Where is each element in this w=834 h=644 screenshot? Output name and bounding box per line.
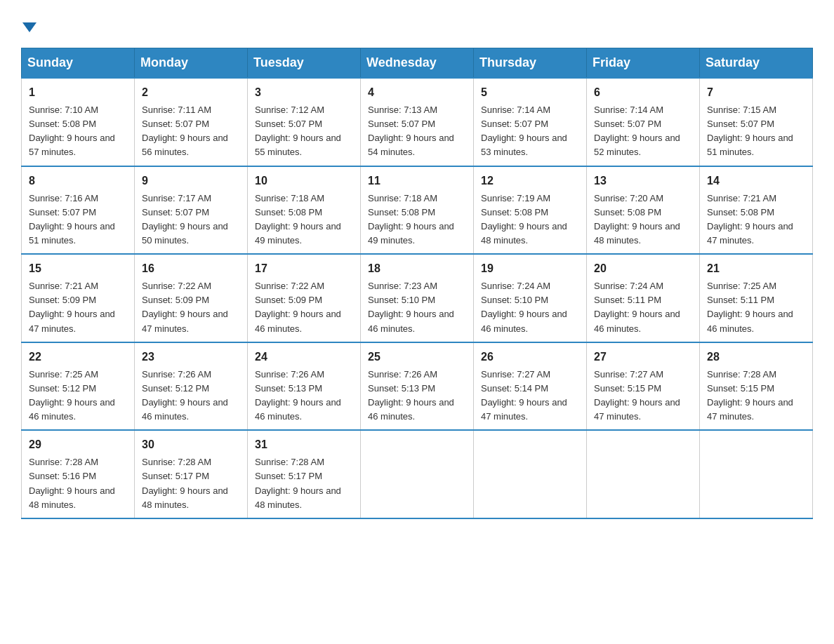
day-number: 15 <box>29 260 127 277</box>
day-info: Sunrise: 7:28 AMSunset: 5:16 PMDaylight:… <box>29 455 127 512</box>
calendar-cell <box>474 430 587 518</box>
calendar-cell: 7Sunrise: 7:15 AMSunset: 5:07 PMDaylight… <box>700 78 813 166</box>
day-info: Sunrise: 7:17 AMSunset: 5:07 PMDaylight:… <box>142 192 240 248</box>
day-number: 13 <box>594 173 692 189</box>
day-info: Sunrise: 7:25 AMSunset: 5:11 PMDaylight:… <box>707 279 805 336</box>
day-number: 4 <box>368 84 466 101</box>
day-number: 11 <box>368 173 466 189</box>
day-info: Sunrise: 7:18 AMSunset: 5:08 PMDaylight:… <box>368 192 466 248</box>
day-number: 26 <box>481 349 579 365</box>
day-number: 31 <box>255 436 353 453</box>
day-number: 9 <box>142 173 240 189</box>
day-number: 23 <box>142 349 240 365</box>
calendar-week-4: 22Sunrise: 7:25 AMSunset: 5:12 PMDayligh… <box>22 342 813 431</box>
day-info: Sunrise: 7:21 AMSunset: 5:08 PMDaylight:… <box>707 192 805 248</box>
calendar-cell: 25Sunrise: 7:26 AMSunset: 5:13 PMDayligh… <box>361 342 474 431</box>
day-number: 14 <box>707 173 805 189</box>
calendar-cell: 13Sunrise: 7:20 AMSunset: 5:08 PMDayligh… <box>587 166 700 255</box>
calendar-cell: 21Sunrise: 7:25 AMSunset: 5:11 PMDayligh… <box>700 254 813 342</box>
day-number: 17 <box>255 260 353 277</box>
day-number: 2 <box>142 84 240 101</box>
day-number: 16 <box>142 260 240 277</box>
day-number: 22 <box>29 349 127 365</box>
header-sunday: Sunday <box>22 48 135 79</box>
calendar-cell: 17Sunrise: 7:22 AMSunset: 5:09 PMDayligh… <box>248 254 361 342</box>
day-number: 5 <box>481 84 579 101</box>
day-number: 1 <box>29 84 127 101</box>
day-info: Sunrise: 7:26 AMSunset: 5:13 PMDaylight:… <box>368 368 466 424</box>
calendar-cell: 24Sunrise: 7:26 AMSunset: 5:13 PMDayligh… <box>248 342 361 431</box>
day-info: Sunrise: 7:28 AMSunset: 5:17 PMDaylight:… <box>142 455 240 512</box>
day-number: 12 <box>481 173 579 189</box>
day-info: Sunrise: 7:18 AMSunset: 5:08 PMDaylight:… <box>255 192 353 248</box>
calendar-cell: 4Sunrise: 7:13 AMSunset: 5:07 PMDaylight… <box>361 78 474 166</box>
calendar-cell: 11Sunrise: 7:18 AMSunset: 5:08 PMDayligh… <box>361 166 474 255</box>
day-info: Sunrise: 7:10 AMSunset: 5:08 PMDaylight:… <box>29 103 127 160</box>
calendar-cell: 3Sunrise: 7:12 AMSunset: 5:07 PMDaylight… <box>248 78 361 166</box>
calendar-cell: 27Sunrise: 7:27 AMSunset: 5:15 PMDayligh… <box>587 342 700 431</box>
calendar-cell: 31Sunrise: 7:28 AMSunset: 5:17 PMDayligh… <box>248 430 361 518</box>
calendar-table: SundayMondayTuesdayWednesdayThursdayFrid… <box>21 48 813 519</box>
day-number: 3 <box>255 84 353 101</box>
day-number: 20 <box>594 260 692 277</box>
logo-triangle-icon <box>22 22 37 32</box>
day-info: Sunrise: 7:25 AMSunset: 5:12 PMDaylight:… <box>29 368 127 424</box>
day-info: Sunrise: 7:16 AMSunset: 5:07 PMDaylight:… <box>29 192 127 248</box>
day-info: Sunrise: 7:12 AMSunset: 5:07 PMDaylight:… <box>255 103 353 160</box>
calendar-cell: 12Sunrise: 7:19 AMSunset: 5:08 PMDayligh… <box>474 166 587 255</box>
day-info: Sunrise: 7:11 AMSunset: 5:07 PMDaylight:… <box>142 103 240 160</box>
calendar-cell <box>700 430 813 518</box>
calendar-week-2: 8Sunrise: 7:16 AMSunset: 5:07 PMDaylight… <box>22 166 813 255</box>
day-number: 29 <box>29 436 127 453</box>
header-thursday: Thursday <box>474 48 587 79</box>
header-monday: Monday <box>135 48 248 79</box>
header-saturday: Saturday <box>700 48 813 79</box>
day-number: 24 <box>255 349 353 365</box>
day-number: 30 <box>142 436 240 453</box>
header-wednesday: Wednesday <box>361 48 474 79</box>
calendar-cell: 8Sunrise: 7:16 AMSunset: 5:07 PMDaylight… <box>22 166 135 255</box>
calendar-cell: 6Sunrise: 7:14 AMSunset: 5:07 PMDaylight… <box>587 78 700 166</box>
day-number: 27 <box>594 349 692 365</box>
logo <box>21 14 37 34</box>
calendar-week-3: 15Sunrise: 7:21 AMSunset: 5:09 PMDayligh… <box>22 254 813 342</box>
day-info: Sunrise: 7:27 AMSunset: 5:15 PMDaylight:… <box>594 368 692 424</box>
day-info: Sunrise: 7:21 AMSunset: 5:09 PMDaylight:… <box>29 279 127 336</box>
calendar-cell: 19Sunrise: 7:24 AMSunset: 5:10 PMDayligh… <box>474 254 587 342</box>
day-info: Sunrise: 7:14 AMSunset: 5:07 PMDaylight:… <box>481 103 579 160</box>
day-info: Sunrise: 7:22 AMSunset: 5:09 PMDaylight:… <box>142 279 240 336</box>
header-tuesday: Tuesday <box>248 48 361 79</box>
day-info: Sunrise: 7:14 AMSunset: 5:07 PMDaylight:… <box>594 103 692 160</box>
calendar-cell: 1Sunrise: 7:10 AMSunset: 5:08 PMDaylight… <box>22 78 135 166</box>
calendar-cell: 10Sunrise: 7:18 AMSunset: 5:08 PMDayligh… <box>248 166 361 255</box>
calendar-cell: 28Sunrise: 7:28 AMSunset: 5:15 PMDayligh… <box>700 342 813 431</box>
logo-text <box>21 14 37 34</box>
day-number: 6 <box>594 84 692 101</box>
calendar-cell: 9Sunrise: 7:17 AMSunset: 5:07 PMDaylight… <box>135 166 248 255</box>
calendar-cell: 29Sunrise: 7:28 AMSunset: 5:16 PMDayligh… <box>22 430 135 518</box>
calendar-week-1: 1Sunrise: 7:10 AMSunset: 5:08 PMDaylight… <box>22 78 813 166</box>
day-info: Sunrise: 7:24 AMSunset: 5:10 PMDaylight:… <box>481 279 579 336</box>
day-number: 10 <box>255 173 353 189</box>
calendar-week-5: 29Sunrise: 7:28 AMSunset: 5:16 PMDayligh… <box>22 430 813 518</box>
day-info: Sunrise: 7:27 AMSunset: 5:14 PMDaylight:… <box>481 368 579 424</box>
day-number: 21 <box>707 260 805 277</box>
header-friday: Friday <box>587 48 700 79</box>
day-number: 8 <box>29 173 127 189</box>
day-info: Sunrise: 7:22 AMSunset: 5:09 PMDaylight:… <box>255 279 353 336</box>
day-info: Sunrise: 7:13 AMSunset: 5:07 PMDaylight:… <box>368 103 466 160</box>
calendar-cell: 22Sunrise: 7:25 AMSunset: 5:12 PMDayligh… <box>22 342 135 431</box>
day-info: Sunrise: 7:19 AMSunset: 5:08 PMDaylight:… <box>481 192 579 248</box>
calendar-cell <box>361 430 474 518</box>
day-number: 28 <box>707 349 805 365</box>
day-info: Sunrise: 7:28 AMSunset: 5:17 PMDaylight:… <box>255 455 353 512</box>
calendar-cell: 15Sunrise: 7:21 AMSunset: 5:09 PMDayligh… <box>22 254 135 342</box>
calendar-cell: 20Sunrise: 7:24 AMSunset: 5:11 PMDayligh… <box>587 254 700 342</box>
calendar-cell: 30Sunrise: 7:28 AMSunset: 5:17 PMDayligh… <box>135 430 248 518</box>
day-info: Sunrise: 7:23 AMSunset: 5:10 PMDaylight:… <box>368 279 466 336</box>
page-header <box>21 14 813 34</box>
calendar-header-row: SundayMondayTuesdayWednesdayThursdayFrid… <box>22 48 813 79</box>
calendar-cell: 18Sunrise: 7:23 AMSunset: 5:10 PMDayligh… <box>361 254 474 342</box>
day-number: 7 <box>707 84 805 101</box>
day-info: Sunrise: 7:20 AMSunset: 5:08 PMDaylight:… <box>594 192 692 248</box>
